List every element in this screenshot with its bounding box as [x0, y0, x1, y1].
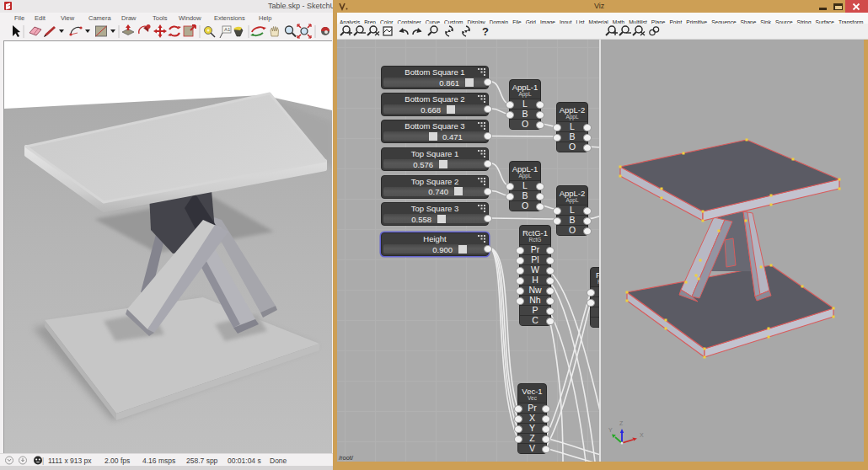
svg-text:X: X	[640, 432, 644, 438]
svg-text:?: ?	[482, 25, 489, 38]
svg-text:A1: A1	[224, 27, 231, 32]
svg-text:Y: Y	[608, 427, 613, 433]
svg-text:Z: Z	[619, 420, 624, 426]
